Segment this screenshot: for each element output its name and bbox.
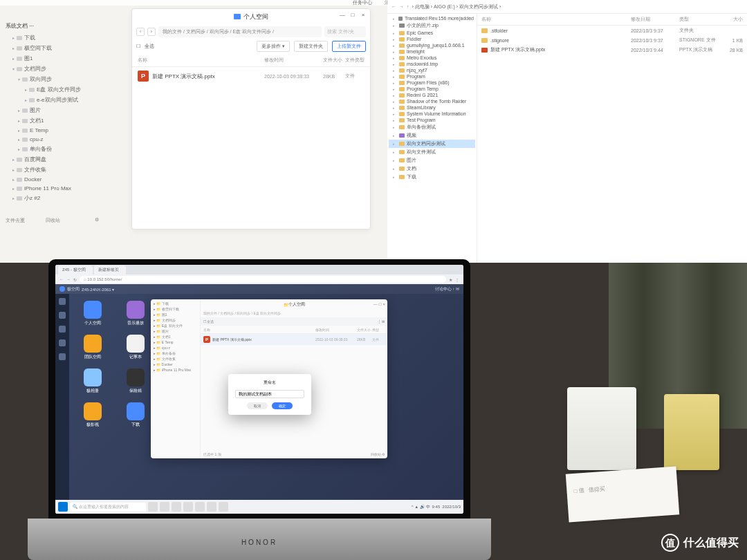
confirm-button[interactable]: 确定 <box>272 402 293 409</box>
tree-item[interactable]: ▸小z #2 <box>6 193 126 203</box>
task-center[interactable]: 任务中心 <box>353 0 372 6</box>
explorer-tree-item[interactable]: ▸SteamLibrary <box>389 104 475 111</box>
menu-icon[interactable]: ⋮ <box>455 277 459 282</box>
task-icon[interactable] <box>207 502 216 512</box>
sub-tree-item[interactable]: ▸ 📁 文档同步 <box>152 317 199 323</box>
explorer-tree-item[interactable]: ▸单向备份测试 <box>389 123 475 131</box>
desktop-icon[interactable]: 下载 <box>119 402 152 428</box>
explorer-tree-item[interactable]: ▸小文的照片.zip <box>389 21 475 30</box>
explorer-tree-item[interactable]: ▸Translated Rev.156 more(added <box>389 15 475 21</box>
new-folder-button[interactable]: 新建文件夹 <box>294 41 328 52</box>
explorer-tree-item[interactable]: ▸msdownld.tmp <box>389 61 475 67</box>
explorer-tree-item[interactable]: ▸双向文件测试 <box>389 148 475 156</box>
sub-tree-item[interactable]: ▸ 📁 图片 <box>152 328 199 334</box>
explorer-tree-item[interactable]: ▸Program <box>389 73 475 80</box>
sub-tree-item[interactable]: ▸ 📁 下载 <box>152 301 199 306</box>
explorer-row[interactable]: .stfolder2022/10/3 9:37文件夹 <box>477 26 747 35</box>
minimize-icon[interactable]: — <box>374 302 378 306</box>
col-type[interactable]: 类型 <box>679 16 721 23</box>
tree-item[interactable]: ▸E盘 双向文件同步 <box>6 84 126 95</box>
col-name[interactable]: 名称 <box>481 16 631 23</box>
minimize-icon[interactable]: — <box>338 11 347 19</box>
explorer-tree-item[interactable]: ▸Epic Games <box>389 30 475 36</box>
desktop-icon[interactable]: 极影视 <box>76 402 109 428</box>
tree-item[interactable]: ▸单向备份 <box>6 144 126 154</box>
task-icon[interactable] <box>148 502 158 512</box>
tree-item[interactable]: ▸e-e双向同步测试 <box>6 95 126 105</box>
desktop-icon[interactable]: 个人空间 <box>76 301 109 326</box>
dock-item[interactable] <box>59 339 66 346</box>
dock-item[interactable] <box>59 326 66 333</box>
explorer-tree-item[interactable]: ▸视频 <box>389 131 475 140</box>
explorer-row[interactable]: .stignore2022/10/3 9:37STIGNORE 文件1 KB <box>477 35 747 45</box>
close-icon[interactable]: × <box>382 302 385 306</box>
dock-item[interactable] <box>59 312 66 319</box>
sub-tree-item[interactable]: ▸ 📁 极空间下载 <box>152 306 199 312</box>
explorer-tree-item[interactable]: ▸图片 <box>389 156 475 165</box>
system-tray[interactable]: ^ ▲ 🔊 中 9:45 2022/10/3 <box>412 504 461 510</box>
start-button[interactable] <box>58 502 68 512</box>
explorer-tree-item[interactable]: ▸文档 <box>389 165 475 173</box>
desktop-icon[interactable]: 记事本 <box>119 335 152 360</box>
explorer-tree-item[interactable]: ▸下载 <box>389 173 475 181</box>
explorer-tree-item[interactable]: ▸gumuliying_juequ1.0.668.1 <box>389 42 475 48</box>
extension-icon[interactable]: ★ <box>449 277 452 282</box>
file-row[interactable]: P新建 PPTX 演示文稿.pptx 2022-10-03 09:38:33 2… <box>132 67 370 85</box>
gear-icon[interactable]: ⚙ <box>95 217 99 224</box>
dedup-btn[interactable]: 文件去重 <box>6 217 25 224</box>
reload-icon[interactable]: ↻ <box>73 277 77 282</box>
explorer-tree-item[interactable]: ▸Program Files (x86) <box>389 80 475 86</box>
sub-tree-item[interactable]: ▸ 📁 E Temp <box>152 339 199 345</box>
forward-icon[interactable]: → <box>66 277 71 281</box>
sub-tree-item[interactable]: ▸ 📁 文件收集 <box>152 356 199 362</box>
upload-button[interactable]: 上传新文件 <box>332 41 366 52</box>
explorer-tree-item[interactable]: ▸System Volume Information <box>389 111 475 117</box>
sub-tree-item[interactable]: ▸ 📁 iPhone 11 Pro Max <box>152 367 199 373</box>
task-icon[interactable] <box>183 502 193 512</box>
desktop-icon[interactable]: 团队空间 <box>76 335 109 360</box>
dock-item[interactable] <box>59 298 66 305</box>
tree-item[interactable]: ▸文件收集 <box>6 165 126 175</box>
explorer-row[interactable]: 新建 PPTX 演示文稿.pptx2022/10/3 9:44PPTX 演示文稿… <box>477 45 747 55</box>
tree-item[interactable]: ▸极空间下载 <box>6 43 126 53</box>
forward-button[interactable]: › <box>147 28 156 36</box>
back-icon[interactable]: ← <box>59 277 64 281</box>
search-input[interactable]: 搜索 文件/夹 <box>324 26 366 37</box>
maximize-icon[interactable]: □ <box>349 11 357 19</box>
select-all-checkbox[interactable]: ☐ <box>136 44 140 49</box>
sub-tree-item[interactable]: ▸ 📁 cpu-z <box>152 345 199 351</box>
sub-tree-item[interactable]: ▸ 📁 Docker <box>152 362 199 367</box>
tree-item[interactable]: ▸Docker <box>6 175 126 184</box>
col-type[interactable]: 文件类型 <box>345 57 365 64</box>
recycle-btn[interactable]: 回收站 <box>46 217 60 224</box>
tree-item[interactable]: ▸文档1 <box>6 115 126 126</box>
nas-logo[interactable]: 极空间Z45-24NX-2061 ▾ <box>59 286 114 292</box>
desktop-icon[interactable]: 音乐播放 <box>119 301 152 326</box>
back-button[interactable]: ‹ <box>136 28 145 36</box>
col-name[interactable]: 名称 <box>138 57 264 64</box>
desktop-icon[interactable]: 极相册 <box>76 368 109 394</box>
explorer-tree-item[interactable]: ▸Shadow of the Tomb Raider <box>389 98 475 104</box>
explorer-tree-item[interactable]: ▸Redmi G 2021 <box>389 92 475 98</box>
sub-tree-item[interactable]: ▸ 📁 文档1 <box>152 334 199 339</box>
sub-tree-item[interactable]: ▸ 📁 E盘 双向文件 <box>152 323 199 328</box>
explorer-tree-item[interactable]: ▸limelight <box>389 48 475 55</box>
taskbar-search[interactable]: 🔍 在这里输入你要搜索的内容 <box>70 503 146 512</box>
explorer-tree-item[interactable]: ▸Fiddler <box>389 36 475 42</box>
col-date[interactable]: 修改日期 <box>631 16 679 23</box>
rename-input[interactable] <box>235 390 304 398</box>
explorer-tree-item[interactable]: ▸njzq_xyt7 <box>389 67 475 73</box>
tree-item[interactable]: ▾文档同步 <box>6 64 126 74</box>
forward-button[interactable]: → <box>399 4 404 9</box>
explorer-tree-item[interactable]: ▸双向文档同步测试 <box>389 140 475 148</box>
desktop-icon[interactable]: 保险箱 <box>119 368 152 394</box>
col-date[interactable]: 修改时间 <box>264 57 323 64</box>
sub-file-row[interactable]: P新建 PPTX 演示文稿.pptx 2022-10-03 09:38:33 2… <box>201 334 387 345</box>
col-size[interactable]: 文件大小 <box>323 57 345 64</box>
task-icon[interactable] <box>172 502 181 512</box>
more-actions-button[interactable]: 更多操作 ▾ <box>257 41 290 52</box>
sub-tree-item[interactable]: ▸ 📁 单向备份 <box>152 351 199 356</box>
task-icon[interactable] <box>195 502 205 512</box>
browser-tab[interactable]: Z45 - 极空间 <box>58 265 93 274</box>
url-input[interactable]: ⌂ 10.0.152.50/home/ <box>80 276 446 283</box>
